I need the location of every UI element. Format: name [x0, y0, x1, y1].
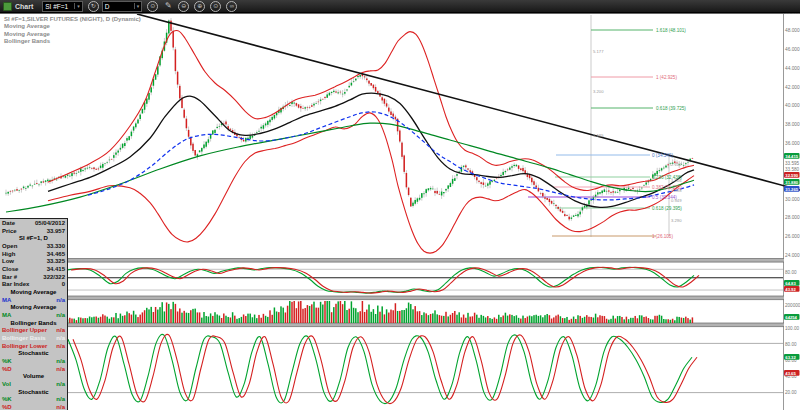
- draw-pencil-icon[interactable]: ✎: [163, 2, 173, 11]
- svg-text:63.32: 63.32: [785, 355, 796, 360]
- data-window-section-header: Stochastic: [0, 388, 67, 396]
- fib-extension-label: 1.618 (48.101): [656, 28, 686, 33]
- fib-retracement-label: 0.618 (29.395): [652, 206, 682, 211]
- svg-text:43.65: 43.65: [785, 371, 796, 376]
- plot-value-label: 33.595: [785, 161, 799, 166]
- settings-icon[interactable]: ⊙: [147, 1, 158, 12]
- fib-extension-label: 1 (42.925): [656, 75, 677, 80]
- pane-separator[interactable]: [0, 259, 784, 263]
- panel-axis-label: 100.00: [785, 326, 799, 331]
- data-window-row: Bar #322/322: [0, 273, 67, 281]
- chart-background: [0, 13, 800, 410]
- price-axis-label: 46.000: [785, 47, 800, 52]
- symbol-dropdown-arrow[interactable]: ▾: [74, 3, 80, 9]
- svg-text:34.415: 34.415: [785, 154, 798, 159]
- plot-value-label: 33.580: [785, 167, 799, 172]
- panel-axis-label: 80.00: [785, 342, 797, 347]
- legend-study-bollinger[interactable]: Bollinger Bands: [4, 38, 141, 45]
- data-window-row: %Dn/a: [0, 403, 67, 410]
- crosshair-icon[interactable]: ⊙: [210, 1, 221, 12]
- legend-study-ma2[interactable]: Moving Average: [4, 31, 141, 38]
- price-axis-label: 28.000: [785, 215, 800, 220]
- price-axis-label: 40.000: [785, 103, 800, 108]
- price-axis-label: 38.000: [785, 122, 800, 127]
- fib-retracement-label: 1 (26.105): [652, 234, 673, 239]
- legend-study-ma1[interactable]: Moving Average: [4, 23, 141, 30]
- chart-app-icon: [3, 2, 12, 11]
- data-window-row: Low33.325: [0, 257, 67, 265]
- data-window-section-header: Moving Average: [0, 303, 67, 311]
- interval-dropdown-arrow[interactable]: ▾: [134, 3, 140, 9]
- data-window-row: Bar Index0: [0, 280, 67, 288]
- fib-diff-label: 0.949: [671, 198, 682, 203]
- data-window-row: %Dn/a: [0, 365, 67, 373]
- interval-value: D: [105, 3, 131, 10]
- symbol-value: SI #F=1: [45, 3, 71, 10]
- data-window-row: Bollinger Uppern/a: [0, 326, 67, 334]
- data-window-row: Price33.957: [0, 227, 67, 235]
- pane-separator[interactable]: [0, 296, 784, 300]
- fib-diff-label: 1.206: [671, 178, 682, 183]
- svg-text:43.92: 43.92: [785, 287, 796, 292]
- zoom-in-icon[interactable]: ⊕: [194, 1, 205, 12]
- panel-axis-label: 200000: [785, 303, 800, 308]
- price-axis-label: 30.000: [785, 197, 800, 202]
- data-window: Date05/04/2012Price33.957SI #F=1, DOpen3…: [0, 218, 68, 410]
- interval-input[interactable]: D ▾: [102, 1, 143, 12]
- price-axis-label: 26.000: [785, 234, 800, 239]
- data-window-row: Bollinger Basisn/a: [0, 334, 67, 342]
- symbol-input[interactable]: SI #F=1 ▾: [42, 1, 83, 12]
- price-axis-label: 42.000: [785, 85, 800, 90]
- fib-extension-label: 0.618 (39.725): [656, 106, 686, 111]
- data-window-row: Close34.415: [0, 265, 67, 273]
- data-window-row: %Kn/a: [0, 357, 67, 365]
- link-icon[interactable]: ∞: [226, 1, 237, 12]
- data-window-row: Voln/a: [0, 380, 67, 388]
- fib-diff-label: 0.888: [671, 188, 682, 193]
- fib-retracement-label: 0 (34.540): [652, 153, 673, 158]
- legend-symbol-title: SI #F=1,SILVER FUTURES (NIGHT), D (Dynam…: [4, 16, 141, 23]
- fib-diff-label: 5.185: [593, 133, 604, 138]
- price-axis-label: 48.000: [785, 28, 800, 33]
- fib-diff-label: 3.200: [593, 89, 604, 94]
- svg-text:31.880: 31.880: [785, 180, 798, 185]
- window-titlebar: Chart SI #F=1 ▾ ↻ D ▾ ⊙ ✎ ⊖ ⊕ ⊙ ∞: [0, 0, 800, 13]
- svg-text:32.590: 32.590: [785, 173, 798, 178]
- svg-text:31.265: 31.265: [785, 187, 798, 192]
- price-axis-label: 44.000: [785, 66, 800, 71]
- chart-canvas[interactable]: 50.00048.00046.00044.00042.00040.00038.0…: [0, 0, 800, 410]
- window-title: Chart: [15, 3, 33, 10]
- svg-text:64254: 64254: [785, 315, 797, 320]
- data-window-row: MAn/a: [0, 296, 67, 304]
- price-axis-label: 36.000: [785, 141, 800, 146]
- data-window-section-header: Volume: [0, 372, 67, 380]
- chart-legend: SI #F=1,SILVER FUTURES (NIGHT), D (Dynam…: [4, 16, 141, 46]
- data-window-row: Open33.330: [0, 242, 67, 250]
- data-window-row: Bollinger Lowern/a: [0, 342, 67, 350]
- data-window-section-header: SI #F=1, D: [0, 234, 67, 242]
- data-window-section-header: Bollinger Bands: [0, 319, 67, 327]
- fib-diff-label: 3.290: [671, 218, 682, 223]
- data-window-row: MAn/a: [0, 311, 67, 319]
- pane-separator[interactable]: [0, 323, 784, 327]
- data-window-row: Date05/04/2012: [0, 219, 67, 227]
- panel-axis-label: 20.00: [785, 390, 797, 395]
- zoom-out-icon[interactable]: ⊖: [178, 1, 189, 12]
- data-window-row: %Kn/a: [0, 395, 67, 403]
- fib-diff-label: 5.177: [593, 49, 604, 54]
- data-window-section-header: Stochastic: [0, 349, 67, 357]
- fib-diff-label: 2.102: [671, 162, 682, 167]
- charting-app: { "toolbar": { "app_label": "Chart", "sy…: [0, 0, 800, 410]
- panel-axis-label: 80.00: [785, 270, 797, 275]
- data-window-section-header: Moving Average: [0, 288, 67, 296]
- svg-text:64.83: 64.83: [785, 281, 796, 286]
- refresh-icon[interactable]: ↻: [88, 1, 99, 12]
- data-window-row: High34.465: [0, 250, 67, 258]
- price-axis-label: 24.000: [785, 253, 800, 258]
